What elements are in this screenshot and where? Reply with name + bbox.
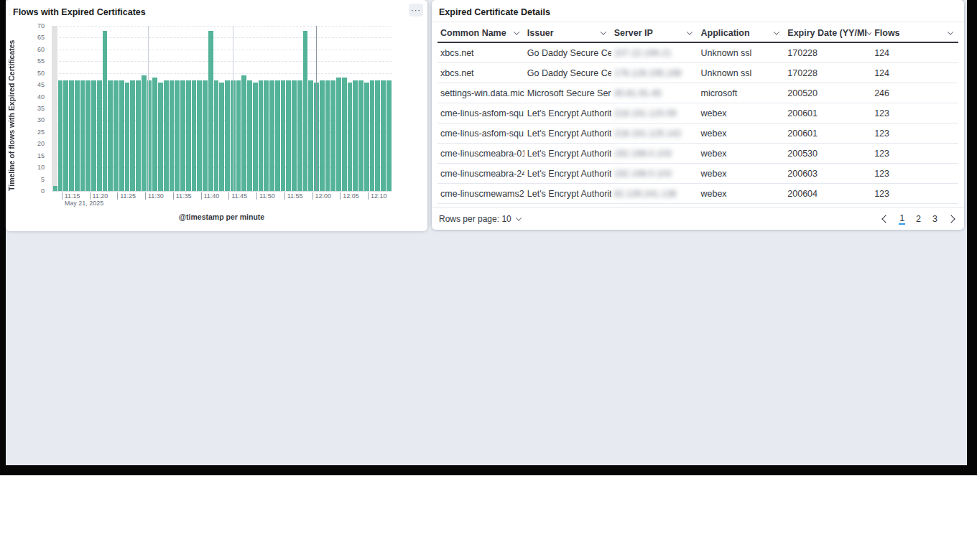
table-cell: Go Daddy Secure Cer — [524, 48, 611, 58]
table-cell: Unknown ssl — [698, 48, 784, 58]
table-cell: cme-linus-asfom-squ — [437, 108, 524, 118]
flows-timeline-chart — [52, 26, 392, 191]
chevron-down-icon[interactable] — [774, 29, 779, 34]
page-number-3[interactable]: 3 — [932, 214, 938, 224]
x-axis-title: @timestamp per minute — [52, 213, 392, 221]
table-cell: 218.191.120.09 — [611, 108, 698, 118]
table-cell: Go Daddy Secure Cer — [524, 68, 611, 78]
time-label: 11:30 — [147, 192, 164, 200]
y-tick-label: 65 — [37, 34, 45, 41]
timeline-bar — [136, 80, 141, 191]
column-header-label: Common Name — [440, 28, 506, 38]
y-tick-label: 45 — [37, 81, 45, 88]
timeline-bar — [342, 78, 347, 191]
timeline-bar — [203, 80, 208, 191]
timeline-bar — [241, 75, 246, 191]
y-tick-label: 20 — [37, 140, 45, 147]
table-cell: 124 — [871, 48, 958, 58]
timeline-bar — [80, 80, 85, 191]
time-label: 11:55 — [286, 192, 303, 200]
x-axis-ticks: 11:15May 21, 202511:2011:2511:3011:3511:… — [57, 192, 392, 210]
table-cell: Let's Encrypt Authorit — [524, 108, 611, 118]
timeline-bar — [348, 83, 353, 191]
table-cell: cme-linuscmeabra-24 — [437, 169, 524, 179]
timeline-bars — [57, 26, 392, 191]
time-label: 11:20 — [91, 192, 108, 200]
chevron-down-icon[interactable] — [600, 29, 606, 34]
rows-per-page-control[interactable]: Rows per page: 10 — [439, 214, 521, 224]
table-row[interactable]: cme-linus-asfom-squLet's Encrypt Authori… — [437, 103, 958, 123]
column-header[interactable]: Issuer — [524, 28, 611, 38]
table-row[interactable]: xbcs.netGo Daddy Secure Cer176.126.195.1… — [437, 63, 958, 83]
timeline-bar — [358, 80, 364, 191]
chevron-down-icon[interactable] — [948, 29, 953, 34]
page-number-1[interactable]: 1 — [899, 213, 905, 225]
previous-page-icon[interactable] — [881, 215, 889, 223]
table-cell: 40.81.91.45 — [611, 88, 698, 98]
timeline-bar — [303, 31, 308, 191]
timeline-bar — [69, 80, 74, 191]
timeline-bar — [269, 80, 274, 191]
y-tick-label: 55 — [37, 57, 45, 65]
column-header-label: Flows — [874, 28, 899, 38]
x-tick-label: 12:05 — [341, 192, 359, 200]
table-cell: webex — [698, 149, 784, 159]
table-cell: 124 — [871, 68, 958, 78]
next-page-icon[interactable] — [947, 215, 955, 223]
table-row[interactable]: cme-linuscmewams2Let's Encrypt Authorit8… — [437, 184, 958, 204]
panel-flows-expired-certificates: Flows with Expired Certificates ··· Time… — [6, 0, 427, 231]
timeline-bar — [286, 80, 291, 191]
table-row[interactable]: cme-linuscmeabra-01Let's Encrypt Authori… — [437, 144, 958, 164]
x-tick-label: 11:30 — [147, 192, 164, 200]
timeline-bar — [353, 80, 358, 191]
column-header-label: Server IP — [614, 28, 653, 38]
time-label: 12:05 — [341, 192, 359, 200]
table-cell: 170228 — [784, 48, 871, 58]
chevron-down-icon[interactable] — [687, 29, 693, 34]
timeline-bar — [386, 80, 392, 191]
page-number-2[interactable]: 2 — [915, 214, 922, 224]
timeline-bar — [119, 80, 124, 191]
timeline-bar — [97, 80, 102, 191]
y-tick-label: 5 — [41, 176, 45, 183]
chevron-down-icon[interactable] — [514, 29, 519, 34]
table-header-row: Common NameIssuerServer IPApplicationExp… — [437, 24, 958, 43]
table-row[interactable]: xbcs.netGo Daddy Secure Cer107.22.199.21… — [437, 43, 958, 63]
table-row[interactable]: settings-win.data.micMicrosoft Secure Se… — [437, 83, 958, 103]
panel-options-icon[interactable]: ··· — [409, 4, 423, 17]
table-cell: 200520 — [784, 88, 871, 98]
y-tick-label: 70 — [37, 22, 45, 29]
timeline-bar — [91, 80, 96, 191]
timeline-bar — [85, 80, 91, 191]
column-header[interactable]: Common Name — [437, 28, 524, 38]
y-tick-label: 30 — [37, 116, 45, 123]
y-tick-label: 35 — [37, 105, 45, 112]
dashboard-screen: Top 10 Cipher Suites Top Cipher Suites T… — [0, 0, 977, 560]
timeline-bar — [330, 80, 335, 191]
y-tick-label: 10 — [37, 164, 45, 171]
table-cell: xbcs.net — [437, 68, 524, 78]
partial-bar — [53, 186, 57, 191]
annotation-line — [233, 26, 233, 191]
table-row[interactable]: cme-linus-asfom-squLet's Encrypt Authori… — [437, 123, 958, 144]
timeline-bar — [125, 83, 130, 191]
table-cell: cme-linuscmeabra-01 — [437, 149, 524, 159]
table-cell: webex — [698, 129, 784, 139]
timeline-bar — [259, 80, 264, 191]
timeline-bar — [152, 78, 157, 191]
timeline-bar — [63, 80, 68, 191]
x-tick-label: 11:20 — [91, 192, 108, 200]
timeline-bar — [180, 80, 185, 191]
y-tick-label: 25 — [37, 129, 45, 136]
column-header[interactable]: Server IP — [611, 28, 698, 38]
timeline-bar — [186, 80, 191, 191]
table-cell: 176.126.195.198 — [611, 68, 698, 78]
column-header[interactable]: Application — [698, 28, 784, 38]
dashboard-canvas: Top 10 Cipher Suites Top Cipher Suites T… — [6, 0, 967, 465]
partial-bucket-band — [52, 26, 57, 191]
table-cell: 192.198.0.103 — [611, 149, 698, 159]
table-cell: 123 — [871, 129, 958, 139]
column-header[interactable]: Flows — [871, 28, 958, 38]
column-header[interactable]: Expiry Date (YY/MI — [784, 28, 871, 38]
table-row[interactable]: cme-linuscmeabra-24Let's Encrypt Authori… — [437, 164, 958, 184]
